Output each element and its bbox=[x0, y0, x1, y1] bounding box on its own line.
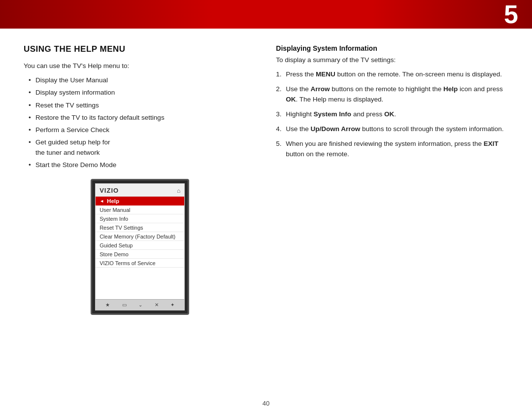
step-4: 4. Use the Up/Down Arrow buttons to scro… bbox=[276, 124, 508, 134]
tv-header: VIZIO ⌂ bbox=[96, 184, 184, 197]
vizio-logo: VIZIO bbox=[100, 187, 119, 194]
subsection-title: Displaying System Information bbox=[276, 44, 508, 52]
list-item: Get guided setup help forthe tuner and n… bbox=[29, 137, 256, 158]
highlighted-label: Help bbox=[107, 198, 119, 204]
step-num: 5. bbox=[276, 139, 281, 149]
top-bar: 5 bbox=[0, 0, 532, 29]
menu-item: User Manual bbox=[96, 206, 184, 214]
remote-btn-down: ⌄ bbox=[138, 302, 142, 308]
intro-text: You can use the TV's Help menu to: bbox=[24, 62, 256, 69]
step-1: 1. Press the MENU button on the remote. … bbox=[276, 69, 508, 79]
step-num: 3. bbox=[276, 109, 281, 119]
tv-illustration: VIZIO ⌂ ◄ Help User Manual System Info R… bbox=[24, 179, 256, 315]
list-item: Perform a Service Check bbox=[29, 125, 256, 135]
step-num: 2. bbox=[276, 84, 281, 94]
bullet-list: Display the User Manual Display system i… bbox=[29, 75, 256, 170]
tv-screen: VIZIO ⌂ ◄ Help User Manual System Info R… bbox=[91, 179, 189, 315]
left-column: USING THE HELP MENU You can use the TV's… bbox=[24, 44, 256, 386]
list-item: Display system information bbox=[29, 88, 256, 98]
step-3: 3. Highlight System Info and press OK. bbox=[276, 109, 508, 119]
footer-page-number: 40 bbox=[263, 400, 269, 407]
menu-item: VIZIO Terms of Service bbox=[96, 259, 184, 268]
list-item: Display the User Manual bbox=[29, 75, 256, 85]
menu-item: System Info bbox=[96, 214, 184, 223]
remote-btn-gear: ✦ bbox=[170, 302, 174, 308]
step-num: 1. bbox=[276, 69, 281, 79]
list-item: Start the Store Demo Mode bbox=[29, 160, 256, 170]
menu-item: Reset TV Settings bbox=[96, 223, 184, 232]
menu-item: Clear Memory (Factory Default) bbox=[96, 232, 184, 241]
right-column: Displaying System Information To display… bbox=[276, 44, 508, 386]
steps-list: 1. Press the MENU button on the remote. … bbox=[276, 69, 508, 159]
footer: 40 bbox=[0, 400, 532, 407]
home-icon: ⌂ bbox=[177, 187, 180, 194]
sub-intro: To display a summary of the TV settings: bbox=[276, 56, 508, 64]
step-2: 2. Use the Arrow buttons on the remote t… bbox=[276, 84, 508, 104]
main-content: USING THE HELP MENU You can use the TV's… bbox=[0, 29, 532, 396]
remote-btn-star: ★ bbox=[105, 302, 110, 308]
remote-btn-x: ✕ bbox=[155, 302, 159, 308]
left-arrow-icon: ◄ bbox=[100, 199, 104, 204]
remote-buttons-bar: ★ ▭ ⌄ ✕ ✦ bbox=[96, 299, 184, 310]
step-5: 5. When you are finished reviewing the s… bbox=[276, 139, 508, 159]
menu-item: Store Demo bbox=[96, 250, 184, 259]
list-item: Restore the TV to its factory default se… bbox=[29, 113, 256, 123]
step-num: 4. bbox=[276, 124, 281, 134]
page-number-large: 5 bbox=[504, 1, 518, 27]
remote-btn-rect: ▭ bbox=[122, 302, 127, 308]
tv-inner: VIZIO ⌂ ◄ Help User Manual System Info R… bbox=[95, 183, 185, 310]
menu-highlighted-item: ◄ Help bbox=[96, 197, 184, 206]
section-title: USING THE HELP MENU bbox=[24, 44, 256, 54]
menu-item: Guided Setup bbox=[96, 241, 184, 250]
list-item: Reset the TV settings bbox=[29, 101, 256, 110]
